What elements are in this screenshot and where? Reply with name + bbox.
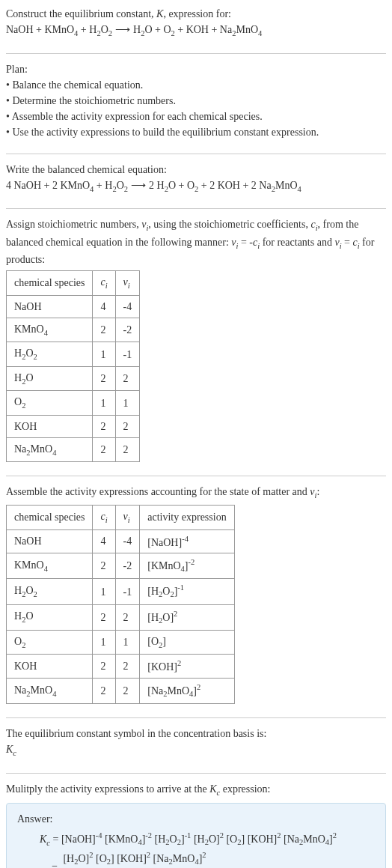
cell: 2 bbox=[115, 415, 140, 437]
cell: H2O bbox=[7, 604, 93, 630]
cell: 2 bbox=[93, 553, 115, 579]
symbol-kc: Kc bbox=[6, 741, 386, 759]
kc-fraction-line: = [H2O]2 [O2] [KOH]2 [Na2MnO4]2 [NaOH]4 … bbox=[40, 849, 375, 868]
cell: -1 bbox=[115, 579, 140, 604]
cell: KMnO4 bbox=[7, 318, 93, 342]
multiply-text: Mulitply the activity expressions to arr… bbox=[6, 781, 386, 799]
table-row: H2O22[H2O]2 bbox=[7, 604, 235, 630]
table-row: KOH22 bbox=[7, 415, 140, 437]
stoichiometric-table: chemical species ci νi NaOH4-4 KMnO42-2 … bbox=[6, 270, 140, 462]
cell: 2 bbox=[115, 655, 140, 679]
assign-section: Assign stoichiometric numbers, νi, using… bbox=[6, 216, 386, 468]
table-row: KOH22[KOH]2 bbox=[7, 655, 235, 679]
table-header-row: chemical species ci νi bbox=[7, 271, 140, 296]
intro-line1: Construct the equilibrium constant, K, e… bbox=[6, 6, 386, 22]
cell: H2O2 bbox=[7, 579, 93, 604]
plan-section: Plan: • Balance the chemical equation. •… bbox=[6, 61, 386, 146]
cell: Na2MnO4 bbox=[7, 679, 93, 704]
cell: O2 bbox=[7, 391, 93, 416]
answer-formula: Kc = [NaOH]-4 [KMnO4]-2 [H2O2]-1 [H2O]2 … bbox=[17, 830, 375, 868]
cell: H2O bbox=[7, 366, 93, 391]
cell: 1 bbox=[93, 391, 115, 416]
cell: H2O2 bbox=[7, 342, 93, 367]
plan-item: • Balance the chemical equation. bbox=[6, 77, 386, 93]
cell: [KMnO4]-2 bbox=[140, 553, 234, 579]
table-row: Na2MnO422[Na2MnO4]2 bbox=[7, 679, 235, 704]
cell: 2 bbox=[93, 604, 115, 630]
cell: 4 bbox=[93, 529, 115, 553]
plan-item: • Assemble the activity expression for e… bbox=[6, 109, 386, 124]
cell: KMnO4 bbox=[7, 553, 93, 579]
header-cell: chemical species bbox=[7, 271, 93, 296]
table-row: H2O22 bbox=[7, 366, 140, 391]
cell: [NaOH]-4 bbox=[140, 529, 234, 553]
divider bbox=[6, 154, 386, 154]
cell: [KOH]2 bbox=[140, 655, 234, 679]
cell: 4 bbox=[93, 295, 115, 318]
plan-title: Plan: bbox=[6, 61, 386, 77]
balanced-title: Write the balanced chemical equation: bbox=[6, 162, 386, 177]
cell: 2 bbox=[115, 679, 140, 704]
cell: [Na2MnO4]2 bbox=[140, 679, 234, 704]
balanced-equation: 4 NaOH + 2 KMnO4 + H2O2⟶2 H2O + O2 + 2 K… bbox=[6, 177, 386, 195]
cell: -2 bbox=[115, 553, 140, 579]
table-row: H2O21-1[H2O2]-1 bbox=[7, 579, 235, 604]
activity-table: chemical species ci νi activity expressi… bbox=[6, 505, 235, 704]
divider bbox=[6, 208, 386, 209]
cell: 2 bbox=[93, 655, 115, 679]
intro-section: Construct the equilibrium constant, K, e… bbox=[6, 6, 386, 46]
assemble-title: Assemble the activity expressions accoun… bbox=[6, 484, 386, 502]
cell: 1 bbox=[93, 342, 115, 367]
intro-equation: NaOH + KMnO4 + H2O2⟶H2O + O2 + KOH + Na2… bbox=[6, 22, 386, 40]
cell: 1 bbox=[93, 579, 115, 604]
header-cell: chemical species bbox=[7, 506, 93, 530]
divider bbox=[6, 476, 386, 476]
table-row: O211 bbox=[7, 391, 140, 416]
header-cell: activity expression bbox=[140, 506, 234, 530]
divider bbox=[6, 773, 386, 774]
table-row: KMnO42-2 bbox=[7, 318, 140, 342]
kc-product-line: Kc = [NaOH]-4 [KMnO4]-2 [H2O2]-1 [H2O]2 … bbox=[40, 830, 375, 849]
symbol-section: The equilibrium constant symbol in the c… bbox=[6, 726, 386, 765]
answer-label: Answer: bbox=[17, 811, 375, 827]
cell: NaOH bbox=[7, 529, 93, 553]
assign-text: Assign stoichiometric numbers, νi, using… bbox=[6, 216, 386, 267]
cell: [H2O2]-1 bbox=[140, 579, 234, 604]
cell: 1 bbox=[115, 391, 140, 416]
cell: Na2MnO4 bbox=[7, 437, 93, 462]
cell: NaOH bbox=[7, 295, 93, 318]
assemble-section: Assemble the activity expressions accoun… bbox=[6, 484, 386, 710]
cell: 2 bbox=[93, 415, 115, 437]
table-row: O211[O2] bbox=[7, 630, 235, 655]
cell: 2 bbox=[93, 437, 115, 462]
cell: 2 bbox=[93, 366, 115, 391]
multiply-section: Mulitply the activity expressions to arr… bbox=[6, 781, 386, 868]
header-cell: νi bbox=[115, 506, 140, 530]
cell: 2 bbox=[115, 437, 140, 462]
cell: 1 bbox=[93, 630, 115, 655]
cell: -4 bbox=[115, 529, 140, 553]
table-row: Na2MnO422 bbox=[7, 437, 140, 462]
divider bbox=[6, 53, 386, 54]
cell: 2 bbox=[93, 679, 115, 704]
balanced-section: Write the balanced chemical equation: 4 … bbox=[6, 162, 386, 201]
answer-box: Answer: Kc = [NaOH]-4 [KMnO4]-2 [H2O2]-1… bbox=[6, 803, 386, 868]
table-row: KMnO42-2[KMnO4]-2 bbox=[7, 553, 235, 579]
header-cell: νi bbox=[115, 271, 140, 296]
symbol-text: The equilibrium constant symbol in the c… bbox=[6, 726, 386, 741]
cell: 2 bbox=[115, 604, 140, 630]
cell: -2 bbox=[115, 318, 140, 342]
cell: 2 bbox=[115, 366, 140, 391]
table-header-row: chemical species ci νi activity expressi… bbox=[7, 506, 235, 530]
table-row: H2O21-1 bbox=[7, 342, 140, 367]
table-row: NaOH4-4 bbox=[7, 295, 140, 318]
plan-item: • Use the activity expressions to build … bbox=[6, 124, 386, 140]
cell: -4 bbox=[115, 295, 140, 318]
cell: KOH bbox=[7, 655, 93, 679]
cell: [O2] bbox=[140, 630, 234, 655]
cell: [H2O]2 bbox=[140, 604, 234, 630]
cell: KOH bbox=[7, 415, 93, 437]
cell: 1 bbox=[115, 630, 140, 655]
cell: O2 bbox=[7, 630, 93, 655]
plan-item: • Determine the stoichiometric numbers. bbox=[6, 93, 386, 109]
